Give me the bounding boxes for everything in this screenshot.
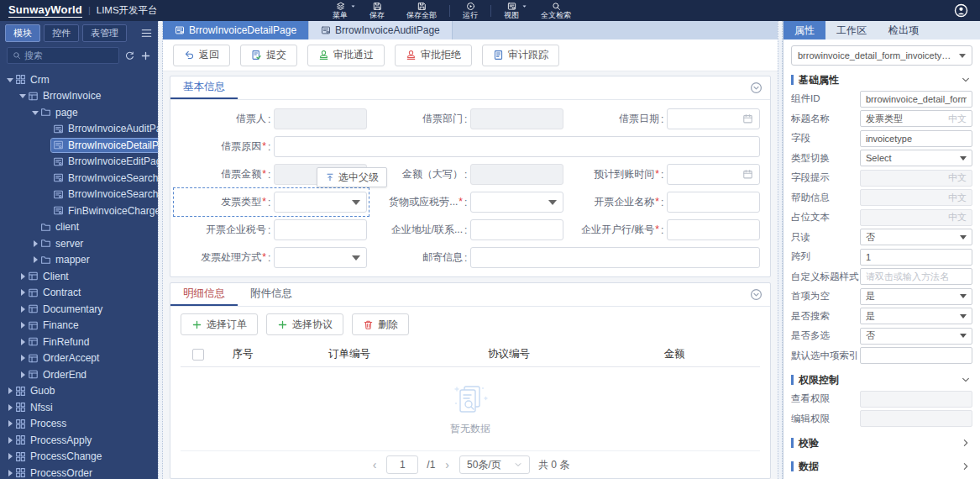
delete-button[interactable]: 删除 bbox=[352, 313, 409, 335]
tree-item-OrderAccept[interactable]: OrderAccept bbox=[0, 350, 158, 367]
select-agreement-button[interactable]: 选择协议 bbox=[266, 313, 343, 335]
header-tool-menu[interactable]: 菜单 bbox=[322, 0, 359, 21]
field-input[interactable] bbox=[274, 136, 760, 157]
tree-item-OrderEnd[interactable]: OrderEnd bbox=[0, 366, 158, 383]
tree-expander-icon[interactable] bbox=[7, 387, 13, 394]
header-tool-view[interactable]: 视图 bbox=[493, 0, 530, 21]
tree-expander-icon[interactable] bbox=[19, 322, 26, 329]
tree-item-Crm[interactable]: Crm bbox=[0, 71, 158, 88]
tree-expander-icon[interactable] bbox=[19, 371, 26, 378]
tab-basic-info[interactable]: 基本信息 bbox=[170, 76, 238, 99]
property-select[interactable]: 是 bbox=[860, 308, 972, 324]
tree-item-BrrowInvoiceEditPage[interactable]: BrrowInvoiceEditPage bbox=[0, 154, 158, 171]
field-date[interactable] bbox=[667, 164, 760, 185]
header-tool-fulltext-search[interactable]: 全文检索 bbox=[530, 0, 582, 21]
tree-expander-icon[interactable] bbox=[19, 306, 26, 313]
reject-button[interactable]: 审批拒绝 bbox=[395, 45, 472, 66]
tree-expander-icon[interactable] bbox=[19, 289, 26, 296]
search-input[interactable]: 搜索 bbox=[7, 47, 119, 64]
property-select[interactable]: 否 bbox=[860, 229, 972, 245]
sidebar-tab-表管理[interactable]: 表管理 bbox=[82, 24, 127, 42]
tree-item-BrrowInvoiceDetailPage[interactable]: BrrowInvoiceDetailPage bbox=[0, 137, 158, 154]
refresh-icon[interactable] bbox=[124, 50, 135, 61]
sidebar-tab-模块[interactable]: 模块 bbox=[5, 24, 40, 42]
property-input[interactable]: brrowinvoice_detail_form_invoicetype bbox=[860, 91, 972, 108]
property-input[interactable]: invoicetype bbox=[860, 130, 972, 147]
field-input[interactable] bbox=[470, 247, 760, 268]
property-input[interactable]: 1 bbox=[860, 249, 972, 266]
select-parent-button[interactable]: 选中父级 bbox=[317, 167, 387, 187]
section-header-校验[interactable]: 校验 bbox=[791, 434, 972, 452]
tree-item-Client[interactable]: Client bbox=[0, 268, 158, 285]
tree-item-FinRefund[interactable]: FinRefund bbox=[0, 334, 158, 350]
tree-expander-icon[interactable] bbox=[7, 404, 13, 411]
property-input[interactable] bbox=[860, 347, 972, 364]
tree-expander-icon[interactable] bbox=[32, 240, 39, 247]
property-select[interactable]: Select bbox=[860, 150, 972, 166]
tree-item-Guob[interactable]: Guob bbox=[0, 383, 158, 400]
tree-expander-icon[interactable] bbox=[32, 256, 39, 263]
field-input[interactable] bbox=[667, 219, 760, 240]
document-tab-BrrowInvoiceDetailPage[interactable]: BrrowInvoiceDetailPage bbox=[163, 21, 309, 39]
tree-item-BrrowInvoiceAuditPage[interactable]: BrrowInvoiceAuditPage bbox=[0, 121, 158, 138]
collapse-icon[interactable] bbox=[750, 288, 763, 301]
user-avatar-icon[interactable] bbox=[954, 3, 968, 18]
hamburger-icon[interactable] bbox=[140, 27, 153, 39]
tree-item-mapper[interactable]: mapper bbox=[0, 252, 158, 269]
approve-button[interactable]: 审批通过 bbox=[307, 45, 385, 66]
tab-附件信息[interactable]: 附件信息 bbox=[238, 283, 305, 306]
tree-item-BrrowInvoiceSearchPage[interactable]: BrrowInvoiceSearchPage bbox=[0, 187, 158, 203]
tree-item-ProcessOrder[interactable]: ProcessOrder bbox=[0, 465, 158, 479]
tree-expander-icon[interactable] bbox=[32, 109, 39, 116]
section-header-权限控制[interactable]: 权限控制 bbox=[791, 371, 972, 389]
tree-expander-icon[interactable] bbox=[7, 76, 13, 83]
field-input[interactable] bbox=[274, 219, 367, 240]
header-tool-save-all[interactable]: 保存全部 bbox=[396, 0, 448, 21]
sidebar-tab-控件[interactable]: 控件 bbox=[44, 24, 79, 42]
tree-expander-icon[interactable] bbox=[19, 339, 26, 345]
tree-item-Nfssi[interactable]: Nfssi bbox=[0, 399, 158, 416]
tree-item-ProcessApply[interactable]: ProcessApply bbox=[0, 432, 158, 449]
tree-item-Documentary[interactable]: Documentary bbox=[0, 301, 158, 318]
document-tab-BrrowInvoiceAuditPage[interactable]: BrrowInvoiceAuditPage bbox=[309, 21, 453, 39]
tree-expander-icon[interactable] bbox=[7, 437, 13, 444]
select-order-button[interactable]: 选择订单 bbox=[181, 313, 258, 335]
field-select[interactable] bbox=[274, 247, 367, 268]
tab-明细信息[interactable]: 明细信息 bbox=[170, 283, 238, 306]
property-select[interactable]: 否 bbox=[860, 328, 972, 345]
tree-item-BrrowInvoice[interactable]: BrrowInvoice bbox=[0, 88, 158, 105]
field-select[interactable] bbox=[470, 192, 563, 213]
select-all-checkbox[interactable] bbox=[192, 349, 204, 361]
header-tool-save[interactable]: 保存 bbox=[359, 0, 396, 21]
tree-expander-icon[interactable] bbox=[19, 355, 26, 361]
page-size-select[interactable]: 50条/页 bbox=[459, 455, 530, 474]
field-input[interactable] bbox=[470, 219, 563, 240]
inspector-tab-检出项[interactable]: 检出项 bbox=[878, 21, 930, 39]
page-number-input[interactable]: 1 bbox=[386, 455, 418, 474]
tree-expander-icon[interactable] bbox=[7, 453, 13, 460]
tree-item-page[interactable]: page bbox=[0, 104, 158, 121]
tree-item-BrrowInvoiceSearchDealPage[interactable]: BrrowInvoiceSearchDealPage bbox=[0, 170, 158, 187]
submit-button[interactable]: 提交 bbox=[240, 45, 297, 66]
tree-item-client[interactable]: client bbox=[0, 219, 158, 236]
inspector-tab-工作区[interactable]: 工作区 bbox=[825, 21, 878, 39]
property-select[interactable]: 是 bbox=[860, 288, 972, 305]
section-header-数据[interactable]: 数据 bbox=[791, 457, 972, 476]
property-input[interactable]: 请双击或输入方法名 bbox=[860, 268, 972, 285]
tree-item-FinBwinvoiceChargeDetailPa[interactable]: FinBwinvoiceChargeDetailPa bbox=[0, 203, 158, 219]
tree-item-server[interactable]: server bbox=[0, 235, 158, 252]
tree-expander-icon[interactable] bbox=[7, 470, 13, 476]
collapse-icon[interactable] bbox=[750, 82, 763, 94]
prev-page-button[interactable]: ‹ bbox=[371, 458, 379, 471]
tree-item-Finance[interactable]: Finance bbox=[0, 318, 158, 334]
add-icon[interactable] bbox=[140, 50, 151, 61]
back-button[interactable]: 返回 bbox=[173, 45, 230, 66]
tree-item-ProcessChange[interactable]: ProcessChange bbox=[0, 449, 158, 466]
tree-expander-icon[interactable] bbox=[19, 273, 26, 280]
next-page-button[interactable]: › bbox=[443, 458, 451, 471]
tree-expander-icon[interactable] bbox=[7, 420, 13, 427]
component-selector[interactable]: brrowinvoice_detail_form_invoicetype [Se… bbox=[791, 45, 972, 66]
header-tool-run[interactable]: 运行 bbox=[452, 0, 489, 21]
field-date[interactable] bbox=[667, 108, 760, 129]
field-input[interactable] bbox=[667, 192, 760, 213]
